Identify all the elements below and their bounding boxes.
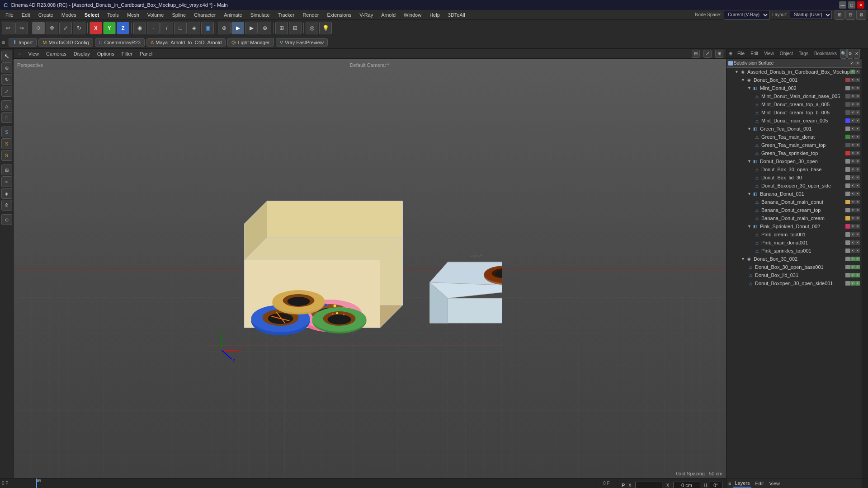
rp-tab-object[interactable]: Object (777, 50, 796, 57)
ls-grid-btn[interactable]: ⊞ (1, 164, 12, 175)
bact-x[interactable]: ✕ (850, 208, 855, 212)
bl031-check[interactable]: ✓ (850, 273, 855, 277)
menu-tracker[interactable]: Tracker (274, 11, 298, 19)
ba1-x[interactable]: ✕ (850, 192, 855, 196)
scale-button[interactable]: ⤢ (59, 22, 72, 34)
render-region-btn[interactable]: ▶ (245, 22, 258, 34)
viewport-solo-btn[interactable]: ⊞ (275, 22, 288, 34)
layout-btn-2[interactable]: ⊟ (845, 10, 855, 20)
ls-materials-btn[interactable]: ◈ (1, 188, 12, 199)
vp-menu-view[interactable]: View (26, 50, 41, 57)
layers-tab-view[interactable]: View (767, 480, 782, 487)
menu-file[interactable]: File (2, 11, 17, 19)
menu-3dtoall[interactable]: 3DToAll (444, 11, 469, 19)
bamc-x[interactable]: ✕ (850, 216, 855, 221)
menu-render[interactable]: Render (299, 11, 322, 19)
obj-box-open-base001[interactable]: △ Donut_Box_30_open_base001 ✓ ✓ (726, 263, 862, 271)
menu-select[interactable]: Select (81, 11, 103, 19)
obj-boxopen-side001[interactable]: △ Donut_Boxopen_30_open_side001 ✓ ✓ (726, 279, 862, 287)
subdivision-row[interactable]: Subdivision Surface ✓ ✕ (726, 59, 862, 68)
ls-layers-btn[interactable]: ≡ (1, 176, 12, 187)
mca-l[interactable]: ✕ (855, 102, 860, 107)
light-manager-btn[interactable]: ◎ Light Manager (227, 38, 274, 47)
obj-gt-cream-top[interactable]: △ Green_Tea_main_cream_top ✕ ✕ (726, 141, 862, 149)
obj-mint-donut-002[interactable]: ▼ ◧ Mint_Donut_002 ✕ ✕ (726, 84, 862, 92)
texture-mode-btn[interactable]: ▣ (201, 22, 214, 34)
3d-viewport[interactable]: MOCKUP X Y Z Perspective Default Camera:… (14, 59, 726, 478)
bamc-l[interactable]: ✕ (855, 216, 860, 221)
obj-boxopen-30[interactable]: ▼ ◧ Donut_Boxopen_30_open ✕ ✕ (726, 157, 862, 165)
menu-modes[interactable]: Modes (58, 11, 80, 19)
md2-x[interactable]: ✕ (850, 86, 855, 90)
bulb-btn[interactable]: 💡 (319, 22, 332, 34)
obj-green-tea-001[interactable]: ▼ ◧ Green_Tea_Donut_001 ✕ ✕ (726, 125, 862, 133)
maxtoc4d-btn[interactable]: M MaxToC4D Config (38, 38, 93, 47)
obj-banana-main-cream[interactable]: △ Banana_Donut_main_cream ✕ ✕ (726, 214, 862, 222)
layout-btn-1[interactable]: ⊞ (835, 10, 844, 20)
bos-l[interactable]: ✕ (855, 183, 860, 188)
mcb-x[interactable]: ✕ (850, 110, 855, 115)
menu-mesh[interactable]: Mesh (123, 11, 143, 19)
pm-l[interactable]: ✕ (855, 240, 860, 245)
obj-banana-001[interactable]: ▼ ◧ Banana_Donut_001 ✕ ✕ (726, 190, 862, 198)
vp-fullscreen-btn[interactable]: ⤢ (703, 50, 712, 58)
ba1-l[interactable]: ✕ (855, 192, 860, 196)
menu-simulate[interactable]: Simulate (247, 11, 274, 19)
close-button[interactable]: ✕ (857, 1, 864, 9)
obj-mint-main-cream[interactable]: △ Mint_Donut_main_cream_005 ✕ ✕ (726, 117, 862, 125)
obj-gt-main-donut[interactable]: △ Green_Tea_main_donut ✕ ✕ (726, 133, 862, 141)
mca-x[interactable]: ✕ (850, 102, 855, 107)
vp-menu-display[interactable]: Display (72, 50, 92, 57)
gt1-x[interactable]: ✕ (850, 127, 855, 131)
gtm-l[interactable]: ✕ (855, 135, 860, 139)
mmc-x[interactable]: ✕ (850, 118, 855, 123)
obj-banana-main[interactable]: △ Banana_Donut_main_donut ✕ ✕ (726, 198, 862, 206)
maximize-button[interactable]: □ (848, 1, 855, 9)
point-mode-btn[interactable]: · (147, 22, 160, 34)
render-btn[interactable]: ▶ (231, 22, 244, 34)
bl30-l[interactable]: ✕ (855, 175, 860, 180)
rp-tab-edit[interactable]: Edit (748, 50, 761, 57)
axis-x-btn[interactable]: X (90, 22, 102, 34)
bos-x[interactable]: ✕ (850, 183, 855, 188)
pm-x[interactable]: ✕ (850, 240, 855, 245)
minimize-button[interactable]: — (839, 1, 846, 9)
bl031-check2[interactable]: ✓ (855, 273, 860, 277)
bob1-check2[interactable]: ✓ (855, 265, 860, 269)
rp-tab-bookmarks[interactable]: Bookmarks (811, 50, 840, 57)
render-vp-btn[interactable]: ⊕ (259, 22, 271, 34)
vp-menu-panel[interactable]: Panel (138, 50, 154, 57)
bam-l[interactable]: ✕ (855, 200, 860, 204)
import-btn[interactable]: ⬆ Import (9, 38, 37, 47)
menu-spline[interactable]: Spline (168, 11, 189, 19)
pk2-x[interactable]: ✕ (850, 224, 855, 229)
move-button[interactable]: ✥ (46, 22, 58, 34)
menu-create[interactable]: Create (35, 11, 57, 19)
mb5-x[interactable]: ✕ (850, 94, 855, 99)
obj-mint-cream-a[interactable]: △ Mint_Donut_cream_top_a_005 ✕ ✕ (726, 100, 862, 108)
ls-s3-btn[interactable]: S (1, 150, 12, 161)
obj-box-lid-30[interactable]: △ Donut_Box_lid_30 ✕ ✕ (726, 174, 862, 182)
obj-pink-main[interactable]: △ Pink_main_donut001 ✕ ✕ (726, 239, 862, 247)
ls-s2-btn[interactable]: S (1, 138, 12, 149)
gtm-x[interactable]: ✕ (850, 135, 855, 139)
ls-misc1-btn[interactable]: ⊙ (1, 214, 12, 225)
ps-x[interactable]: ✕ (850, 249, 855, 253)
ls-cursor-btn[interactable]: ↖ (1, 51, 12, 61)
viewport-4up-btn[interactable]: ⊟ (289, 22, 302, 34)
bob1-check[interactable]: ✓ (850, 265, 855, 269)
obj-boxopen-side[interactable]: △ Donut_Boxopen_30_open_side ✕ ✕ (726, 182, 862, 190)
bob-l[interactable]: ✕ (855, 167, 860, 172)
sr-x-btn[interactable]: ✕ (855, 70, 860, 74)
axis-z-btn[interactable]: Z (117, 22, 129, 34)
obj-box-open-base[interactable]: △ Donut_Box_30_open_base ✕ ✕ (726, 165, 862, 174)
obj-banana-cream-top[interactable]: △ Banana_Donut_cream_top ✕ ✕ (726, 206, 862, 214)
gtct-x[interactable]: ✕ (850, 143, 855, 147)
vray-fastpreview-btn[interactable]: V Vray FastPreview (276, 38, 328, 47)
menu-volume[interactable]: Volume (144, 11, 168, 19)
vp-settings-btn[interactable]: ⊞ (715, 50, 723, 58)
ls-rotate-btn[interactable]: ↻ (1, 74, 12, 85)
menu-vray[interactable]: V-Ray (356, 11, 377, 19)
ls-polygon-btn[interactable]: △ (1, 100, 12, 111)
menu-help[interactable]: Help (426, 11, 443, 19)
